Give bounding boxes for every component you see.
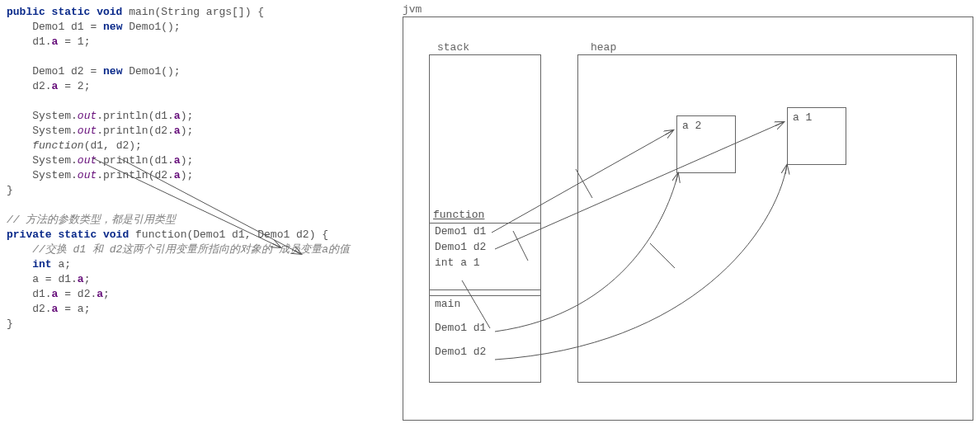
println3-open: .println(d1. [97, 154, 174, 167]
line-d2-decl-a: Demo1 d2 = [7, 65, 103, 78]
close: ); [181, 125, 194, 137]
comment-swap: //交换 d1 和 d2这两个引用变量所指向的对象的 成员变量a的值 [7, 243, 350, 256]
close: ); [181, 169, 194, 181]
ident-out: out [78, 154, 97, 167]
heap-label: heap [591, 41, 616, 54]
sys: System. [7, 154, 78, 167]
swap3b: = a; [58, 303, 90, 315]
line-d2a-assign-b: = 2; [58, 80, 90, 92]
kw-new: new [103, 21, 122, 33]
frame-fn-d2: Demo1 d2 [430, 239, 540, 255]
jvm-label: jvm [403, 3, 422, 16]
kw-public-static-void: public static void [7, 6, 129, 18]
field-a: a [97, 288, 103, 300]
swap1b: ; [84, 273, 91, 285]
line-d1-decl-b: Demo1(); [122, 21, 180, 33]
frame-main-d2: Demo1 d2 [430, 344, 540, 360]
heap-object-1: a 2 [676, 115, 736, 173]
fn-call-pre [7, 139, 32, 152]
kw-int: int [32, 258, 51, 271]
close: ); [181, 110, 194, 122]
line-d1-decl-a: Demo1 d1 = [7, 21, 103, 33]
swap3a: d2. [7, 303, 52, 315]
line-d2-decl-b: Demo1(); [122, 65, 180, 78]
int-decl-pre [7, 258, 32, 271]
close-brace: } [7, 184, 13, 196]
sys: System. [7, 110, 78, 122]
int-decl-post: a; [52, 258, 71, 271]
println2-open: .println(d2. [97, 125, 174, 137]
frame-main-d1: Demo1 d1 [430, 320, 540, 336]
kw-private-static-void: private static void [7, 228, 135, 241]
swap-semi: ; [103, 288, 110, 300]
fn-call-args: (d1, d2); [84, 139, 142, 152]
field-a: a [174, 110, 181, 122]
println1-open: .println(d1. [97, 110, 174, 122]
field-a: a [78, 273, 84, 285]
ident-out: out [78, 125, 97, 137]
field-a: a [174, 169, 181, 181]
fn-signature: function(Demo1 d1, Demo1 d2) { [135, 228, 328, 241]
line-d1a-assign-a: d1. [7, 35, 52, 48]
fn-call-name: function [32, 139, 83, 152]
frame-fn-d1: Demo1 d1 [430, 224, 540, 239]
sys: System. [7, 169, 78, 181]
field-a: a [174, 154, 181, 167]
field-a: a [174, 125, 181, 137]
ident-out: out [78, 169, 97, 181]
main-signature: main(String args[]) { [129, 6, 264, 18]
stack-frame-main: main Demo1 d1 Demo1 d2 [429, 295, 541, 383]
line-d2a-assign-a: d2. [7, 80, 52, 92]
stack-label: stack [437, 41, 469, 54]
swap2a: d1. [7, 288, 52, 300]
frame-main-title: main [430, 296, 540, 312]
stack-frame-function: function Demo1 d1 Demo1 d2 int a 1 [429, 223, 541, 290]
kw-new: new [103, 65, 122, 78]
heap-box [577, 54, 957, 383]
heap-obj1-field: a 2 [682, 120, 701, 132]
heap-object-2: a 1 [787, 107, 846, 165]
close-brace: } [7, 318, 13, 330]
println4-open: .println(d2. [97, 169, 174, 181]
heap-obj2-field: a 1 [793, 111, 812, 124]
comment-param-ref: // 方法的参数类型，都是引用类型 [7, 214, 176, 226]
swap1a: a = d1. [7, 273, 78, 285]
line-d1a-assign-b: = 1; [58, 35, 90, 48]
frame-title-function: function [433, 209, 484, 221]
swap2b: = d2. [58, 288, 97, 300]
sys: System. [7, 125, 78, 137]
ident-out: out [78, 110, 97, 122]
frame-fn-int-a: int a 1 [430, 255, 540, 271]
close: ); [181, 154, 194, 167]
source-code: public static void main(String args[]) {… [0, 0, 379, 337]
